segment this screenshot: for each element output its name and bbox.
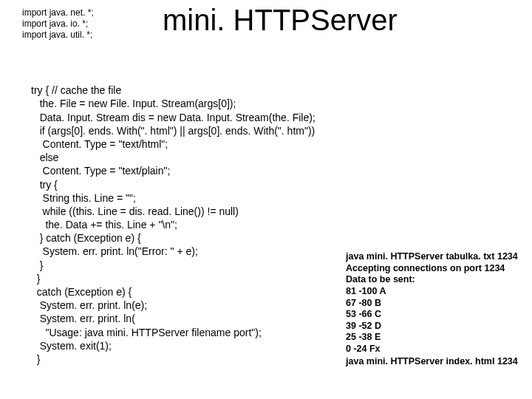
output-line: java mini. HTTPServer tabulka. txt 1234 bbox=[346, 251, 518, 263]
code-line: the. File = new File. Input. Stream(args… bbox=[31, 98, 236, 109]
output-line: 25 -38 E bbox=[346, 332, 518, 344]
page-title: mini. HTTPServer bbox=[163, 4, 398, 37]
code-line: the. Data += this. Line + "\n"; bbox=[31, 219, 177, 231]
code-line: try { bbox=[31, 179, 58, 191]
import-line: import java. net. *; bbox=[22, 7, 94, 18]
terminal-output: java mini. HTTPServer tabulka. txt 1234 … bbox=[346, 251, 518, 355]
code-line: System. err. print. ln("Error: " + e); bbox=[31, 245, 198, 257]
code-line: if (args[0]. ends. With(". html") || arg… bbox=[31, 125, 315, 137]
output-line: 53 -66 C bbox=[346, 309, 518, 321]
code-line: System. err. print. ln(e); bbox=[31, 299, 147, 311]
output-line: 39 -52 D bbox=[346, 321, 518, 332]
code-line: System. err. print. ln( bbox=[31, 313, 135, 324]
code-line: Content. Type = "text/html"; bbox=[31, 138, 168, 150]
code-line: } catch (Exception e) { bbox=[31, 232, 141, 244]
imports-block: import java. net. *; import java. io. *;… bbox=[22, 7, 94, 41]
code-line: catch (Exception e) { bbox=[31, 286, 132, 298]
output-line: 0 -24 Fx bbox=[346, 344, 518, 355]
output-line: Data to be sent: bbox=[346, 274, 518, 286]
code-line: System. exit(1); bbox=[31, 340, 112, 352]
code-line: "Usage: java mini. HTTPServer filename p… bbox=[31, 327, 262, 338]
code-block: try { // cache the file the. File = new … bbox=[31, 70, 316, 366]
output-line: Accepting connections on port 1234 bbox=[346, 263, 518, 275]
code-line: String this. Line = ""; bbox=[31, 192, 136, 204]
output-line: 81 -100 A bbox=[346, 286, 518, 298]
code-line: } bbox=[31, 273, 40, 284]
code-line: try { // cache the file bbox=[31, 84, 121, 96]
code-line: Content. Type = "text/plain"; bbox=[31, 165, 170, 177]
code-line: while ((this. Line = dis. read. Line()) … bbox=[31, 205, 239, 217]
code-line: } bbox=[31, 353, 40, 365]
import-line: import java. util. *; bbox=[22, 30, 94, 41]
command-line: java mini. HTTPServer index. html 1234 bbox=[346, 356, 518, 366]
code-line: } bbox=[31, 259, 43, 271]
code-line: else bbox=[31, 151, 58, 163]
output-line: 67 -80 B bbox=[346, 298, 518, 310]
import-line: import java. io. *; bbox=[22, 18, 94, 30]
code-line: Data. Input. Stream dis = new Data. Inpu… bbox=[31, 112, 316, 123]
